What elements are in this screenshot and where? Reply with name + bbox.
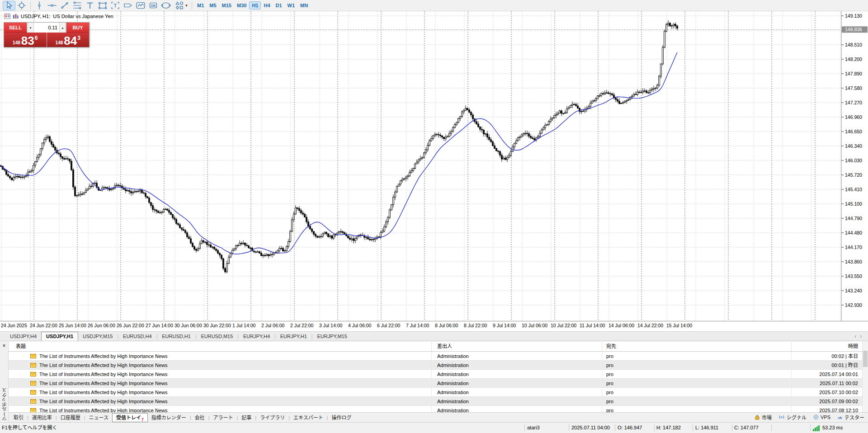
date-axis-label: 15 Jul 14:00 — [666, 323, 692, 328]
tool-vertical-line-button[interactable] — [33, 1, 46, 10]
chart-tab-EURUSD-M15[interactable]: EURUSD,M15 — [196, 332, 237, 341]
quotes-list-icon — [4, 14, 10, 19]
news-scrollbar-thumb[interactable] — [863, 351, 868, 367]
news-title: The List of Instruments Affected by High… — [39, 379, 168, 388]
column-header-recipient[interactable]: 宛先 — [602, 342, 792, 351]
date-axis-label: 9 Jul 14:00 — [493, 323, 516, 328]
toolbox-tab-会社[interactable]: 会社 — [191, 414, 208, 422]
tray-vps[interactable]: VPS — [813, 414, 830, 420]
tray-tester[interactable]: テスター — [837, 414, 864, 421]
timeframe-H4-button[interactable]: H4 — [261, 1, 273, 9]
toolbox-tab-口座履歴[interactable]: 口座履歴 — [57, 414, 84, 422]
chart-tab-USDJPY-H4[interactable]: USDJPY,H4 — [5, 332, 41, 341]
timeframe-M30-button[interactable]: M30 — [234, 1, 249, 9]
tool-price-label-button[interactable] — [122, 1, 134, 10]
crosshair-icon — [16, 0, 27, 10]
tool-rectangle-button[interactable] — [96, 1, 109, 10]
column-header-sender[interactable]: 差出人 — [432, 342, 602, 351]
tab-scroll-arrows[interactable]: ‹› — [854, 333, 865, 339]
news-sender: Administration — [432, 406, 602, 412]
envelope-icon — [30, 363, 36, 367]
chart-tab-EURJPY-M15[interactable]: EURJPY,M15 — [312, 332, 351, 341]
buy-price-figure: 148 — [56, 40, 63, 45]
chart-tab-EURUSD-H4[interactable]: EURUSD,H4 — [118, 332, 156, 341]
tool-cursor-button[interactable] — [3, 1, 15, 10]
timeframe-M1-button[interactable]: M1 — [194, 1, 207, 9]
close-icon[interactable]: × — [0, 342, 8, 349]
tool-indicator-button[interactable] — [134, 1, 147, 10]
price-axis-label: 147.890 — [845, 71, 862, 76]
tray-signal[interactable]: シグナル — [778, 414, 807, 421]
price-chart[interactable]: 149.130148.820148.510148.200147.890147.5… — [0, 11, 868, 331]
column-header-time[interactable]: 時間 — [792, 342, 863, 351]
ma-line — [1, 52, 677, 254]
chart-canvas[interactable]: 149.130148.820148.510148.200147.890147.5… — [0, 11, 868, 331]
chart-bars-icon — [13, 14, 19, 19]
tool-ellipse-button[interactable] — [160, 1, 172, 10]
tool-trendline-button[interactable] — [58, 1, 71, 10]
toolbox-caption-bar: × ツールボックス — [0, 342, 9, 422]
chart-tab-USDJPY-M15[interactable]: USDJPY,M15 — [78, 332, 117, 341]
news-row[interactable]: The List of Instruments Affected by High… — [8, 406, 863, 412]
chart-tab-EURJPY-H4[interactable]: EURJPY,H4 — [239, 332, 274, 341]
timeframe-W1-button[interactable]: W1 — [285, 1, 298, 9]
news-row[interactable]: The List of Instruments Affected by High… — [8, 388, 863, 397]
toolbox-tab-bar: 取引|運用比率|口座履歴|ニュース受信トレイ7指標カレンダー|会社|アラート|記… — [0, 412, 868, 422]
envelope-icon — [30, 408, 36, 413]
dropdown-caret-icon: ▾ — [185, 4, 188, 8]
rectangle-icon — [97, 0, 108, 10]
toolbox-tab-操作ログ[interactable]: 操作ログ — [328, 414, 355, 422]
volume-control: ▼ ▲ — [27, 23, 66, 33]
tool-horizontal-line-button[interactable] — [46, 1, 58, 10]
toolbox-tab-記事[interactable]: 記事 — [238, 414, 255, 422]
news-row[interactable]: The List of Instruments Affected by High… — [8, 379, 863, 388]
volume-decrease-button[interactable]: ▼ — [27, 23, 34, 33]
toolbox-tab-取引[interactable]: 取引 — [10, 414, 27, 422]
buy-price[interactable]: 148 84 3 — [47, 33, 90, 47]
news-scrollbar[interactable] — [862, 342, 868, 412]
indicator-icon — [135, 0, 146, 10]
chart-tab-bar: USDJPY,H4USDJPY,H1USDJPY,M15|EURUSD,H4|E… — [0, 331, 868, 341]
envelope-icon — [30, 399, 36, 404]
tool-text-button[interactable] — [84, 1, 96, 10]
toolbox-tab-ライブラリ[interactable]: ライブラリ — [256, 414, 288, 422]
buy-button[interactable]: BUY — [66, 23, 89, 33]
volume-increase-button[interactable]: ▲ — [59, 23, 66, 33]
toolbox-tab-受信トレイ[interactable]: 受信トレイ7 — [112, 413, 148, 422]
date-axis-label: 2 Jul 06:00 — [261, 323, 285, 328]
timeframe-MN-button[interactable]: MN — [297, 1, 311, 9]
timeframe-M5-button[interactable]: M5 — [207, 1, 219, 9]
timeframe-H1-button[interactable]: H1 — [249, 1, 261, 9]
toolbox-tab-エキスパート[interactable]: エキスパート — [290, 414, 327, 422]
toolbox-tab-指標カレンダー[interactable]: 指標カレンダー — [148, 414, 190, 422]
tool-button-object-button[interactable]: OK — [147, 1, 160, 10]
date-axis-label: 14 Jul 06:00 — [609, 323, 634, 328]
volume-input[interactable] — [34, 23, 59, 33]
toolbox-tab-アラート[interactable]: アラート — [209, 414, 236, 422]
tool-shapes-button[interactable]: ▾ — [172, 1, 189, 10]
date-axis-label: 7 Jul 14:00 — [406, 323, 429, 328]
sell-price[interactable]: 148 83 6 — [4, 33, 47, 47]
news-row[interactable]: The List of Instruments Affected by High… — [8, 352, 863, 361]
chart-tab-EURJPY-H1[interactable]: EURJPY,H1 — [276, 332, 311, 341]
text-icon — [85, 0, 95, 10]
timeframe-D1-button[interactable]: D1 — [273, 1, 285, 9]
status-divider — [732, 424, 732, 431]
chart-tab-USDJPY-H1[interactable]: USDJPY,H1 — [41, 332, 78, 341]
toolbox-tab-ニュース[interactable]: ニュース — [85, 414, 112, 422]
news-row[interactable]: The List of Instruments Affected by High… — [8, 397, 863, 406]
column-header-title[interactable]: 表題 — [8, 342, 432, 351]
svg-text:OK: OK — [151, 4, 156, 8]
tool-text-label-button[interactable] — [109, 1, 122, 10]
sell-button[interactable]: SELL — [4, 23, 27, 33]
tool-fibonacci-retracement-button[interactable] — [71, 1, 84, 10]
tray-market[interactable]: 市場 — [755, 414, 772, 421]
tool-crosshair-button[interactable] — [15, 1, 28, 10]
chart-tab-EURUSD-H1[interactable]: EURUSD,H1 — [157, 332, 195, 341]
news-row[interactable]: The List of Instruments Affected by High… — [8, 361, 863, 370]
timeframe-M15-button[interactable]: M15 — [219, 1, 234, 9]
current-price-tag-label: 148.836 — [845, 27, 862, 32]
toolbox-tab-運用比率[interactable]: 運用比率 — [28, 414, 56, 422]
news-row[interactable]: The List of Instruments Affected by High… — [8, 370, 863, 379]
chart-title: USDJPY, H1: US Dollar vs Japanese Yen — [21, 14, 113, 19]
